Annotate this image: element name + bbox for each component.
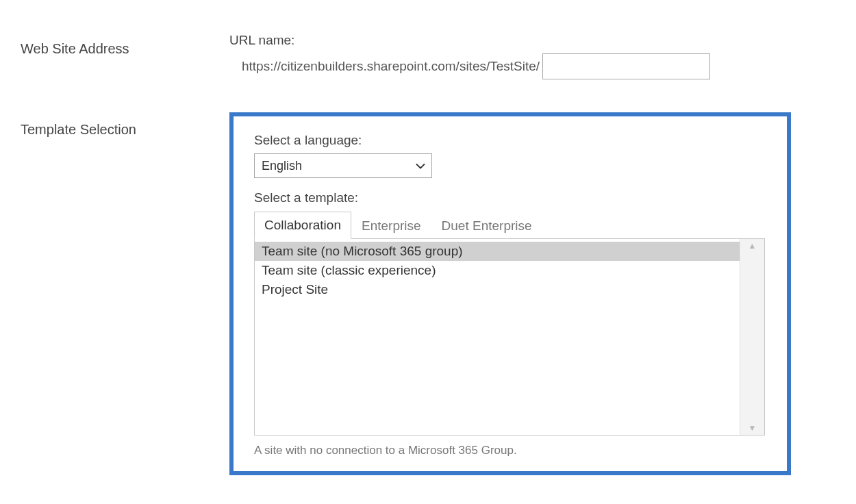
- list-item[interactable]: Team site (no Microsoft 365 group): [255, 242, 740, 261]
- list-item[interactable]: Team site (classic experience): [255, 261, 740, 280]
- url-prefix-text: https://citizenbuilders.sharepoint.com/s…: [242, 59, 540, 74]
- scroll-down-icon[interactable]: ▼: [748, 424, 757, 432]
- list-item[interactable]: Project Site: [255, 280, 740, 299]
- template-selection-box: Select a language: English Select a temp…: [229, 112, 791, 475]
- tab-label: Duet Enterprise: [442, 218, 532, 233]
- tab-label: Collaboration: [264, 218, 341, 232]
- template-listbox: Team site (no Microsoft 365 group) Team …: [254, 238, 765, 436]
- language-select-wrap: English: [254, 153, 432, 178]
- template-tabs: Collaboration Enterprise Duet Enterprise: [254, 211, 766, 238]
- tab-enterprise[interactable]: Enterprise: [351, 212, 431, 239]
- scroll-up-icon[interactable]: ▲: [748, 242, 757, 250]
- url-name-label: URL name:: [229, 33, 856, 48]
- template-selection-row: Template Selection Select a language: En…: [0, 112, 856, 475]
- tab-label: Enterprise: [362, 218, 421, 233]
- scrollbar[interactable]: ▲ ▼: [740, 239, 764, 435]
- list-item-label: Project Site: [262, 282, 328, 297]
- web-site-address-row: Web Site Address URL name: https://citiz…: [0, 33, 856, 79]
- url-name-input[interactable]: [542, 53, 710, 79]
- tab-duet-enterprise[interactable]: Duet Enterprise: [431, 212, 542, 239]
- list-item-label: Team site (classic experience): [262, 263, 436, 277]
- template-selection-heading: Template Selection: [0, 112, 229, 138]
- url-line: https://citizenbuilders.sharepoint.com/s…: [229, 53, 856, 79]
- select-language-label: Select a language:: [254, 133, 766, 148]
- list-item-label: Team site (no Microsoft 365 group): [262, 244, 463, 258]
- web-site-address-heading: Web Site Address: [0, 33, 229, 57]
- url-content: URL name: https://citizenbuilders.sharep…: [229, 33, 856, 79]
- template-content: Select a language: English Select a temp…: [229, 112, 856, 475]
- template-description: A site with no connection to a Microsoft…: [254, 444, 766, 457]
- template-list[interactable]: Team site (no Microsoft 365 group) Team …: [255, 239, 740, 435]
- tab-collaboration[interactable]: Collaboration: [254, 212, 351, 239]
- select-template-label: Select a template:: [254, 190, 766, 205]
- language-select[interactable]: English: [254, 153, 432, 178]
